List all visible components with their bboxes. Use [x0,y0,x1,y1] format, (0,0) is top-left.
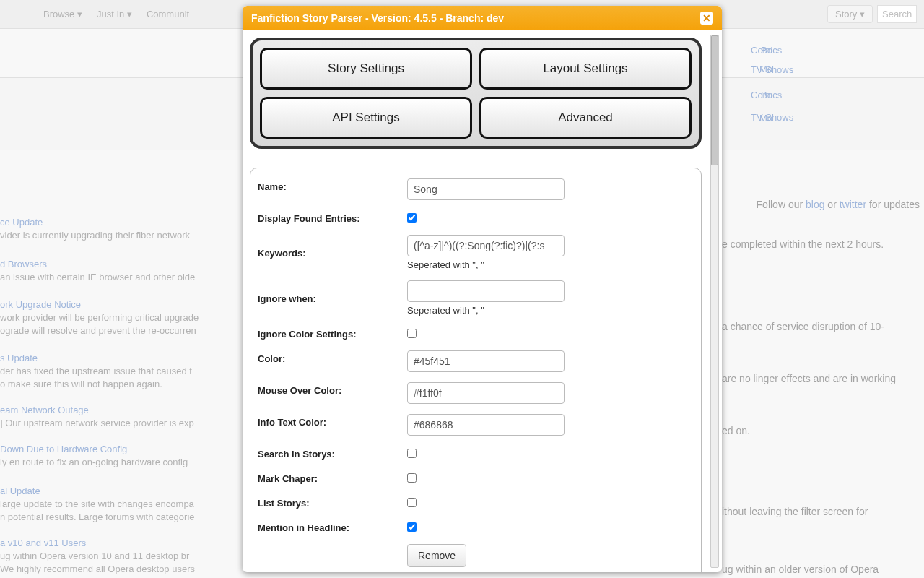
label-mark-chapter: Mark Chaper: [258,470,395,484]
display-found-checkbox[interactable] [407,213,417,223]
modal-title-text: Fanfiction Story Parser - Version: 4.5.5… [251,12,504,24]
tab-layout-settings[interactable]: Layout Settings [479,48,692,90]
tab-api-settings[interactable]: API Settings [260,97,472,139]
modal-scrollbar[interactable] [710,35,719,568]
tab-advanced[interactable]: Advanced [479,97,692,139]
color-input[interactable] [407,350,565,372]
ignore-when-input[interactable] [407,280,565,302]
tab-panel: Story Settings Layout Settings API Setti… [250,38,702,149]
list-storys-checkbox[interactable] [407,498,417,507]
close-icon[interactable]: ✕ [700,12,713,25]
label-keywords: Keywords: [258,235,395,259]
mouseover-color-input[interactable] [407,382,565,404]
scrollbar-thumb[interactable] [711,35,718,165]
remove-button[interactable]: Remove [407,544,466,567]
settings-body: Name: Display Found Entries: Keywords: S… [250,168,702,572]
label-mention-headline: Mention in Headline: [258,519,395,533]
label-display-found: Display Found Entries: [258,210,395,224]
label-infotext: Info Text Color: [258,414,395,428]
label-color: Color: [258,350,395,364]
mention-headline-checkbox[interactable] [407,522,417,532]
keywords-input[interactable] [407,235,565,256]
ignore-when-hint: Seperated with ", " [407,305,694,316]
mark-chapter-checkbox[interactable] [407,473,417,483]
keywords-hint: Seperated with ", " [407,259,694,270]
label-ignore-color: Ignore Color Settings: [258,326,395,340]
tab-story-settings[interactable]: Story Settings [260,48,472,90]
modal-titlebar: Fanfiction Story Parser - Version: 4.5.5… [243,6,722,30]
infotext-color-input[interactable] [407,414,565,436]
label-search-storys: Search in Storys: [258,446,395,460]
label-ignore-when: Ignore when: [258,280,395,304]
label-mouseover: Mouse Over Color: [258,382,395,396]
label-name: Name: [258,178,395,192]
settings-modal: Fanfiction Story Parser - Version: 4.5.5… [243,6,722,572]
name-input[interactable] [407,178,565,200]
search-storys-checkbox[interactable] [407,449,417,458]
label-list-storys: List Storys: [258,495,395,509]
ignore-color-checkbox[interactable] [407,329,417,338]
